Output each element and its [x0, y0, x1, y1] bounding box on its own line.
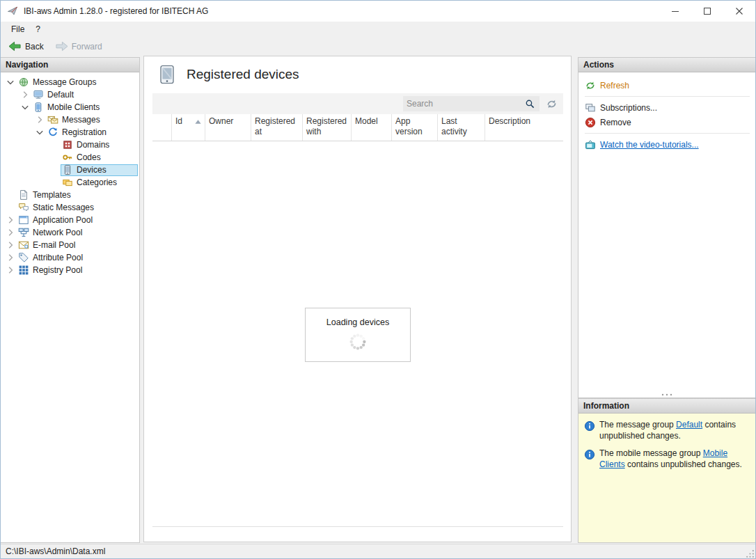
chevron-expanded-icon[interactable]: [5, 77, 17, 88]
action-remove[interactable]: Remove: [585, 115, 755, 129]
search-input[interactable]: [405, 98, 525, 109]
column-label: Registered at: [255, 116, 299, 137]
column-label: Id: [175, 116, 182, 127]
actions-header: Actions: [578, 58, 755, 72]
tree-item-messages[interactable]: Messages: [1, 113, 139, 126]
title-bar: IBI-aws Admin 1.28.0 - registered for IB…: [1, 1, 755, 22]
subscriptions-icon: [585, 102, 596, 113]
grid-refresh-button[interactable]: [540, 98, 563, 110]
tree-item-devices[interactable]: Devices: [1, 164, 139, 176]
tree-item-label: Messages: [61, 115, 100, 125]
action-watch-the-video-tutorials[interactable]: Watch the video-tutorials...: [585, 137, 755, 152]
search-icon[interactable]: [525, 99, 535, 109]
chevron-collapsed-icon[interactable]: [5, 239, 17, 251]
action-subscriptions[interactable]: Subscriptions...: [585, 100, 755, 115]
chevron-expanded-icon[interactable]: [19, 102, 31, 113]
back-arrow-icon: [8, 40, 22, 52]
back-label: Back: [25, 42, 44, 52]
menu-help[interactable]: ?: [30, 22, 46, 36]
tree-item-default[interactable]: Default: [1, 88, 139, 101]
close-button[interactable]: [723, 1, 755, 22]
column-label: Description: [489, 116, 530, 127]
tree-item-label: Categories: [76, 178, 117, 187]
panel-splitter[interactable]: [578, 391, 755, 397]
column-header-description[interactable]: Description: [485, 114, 563, 141]
column-header-app-version[interactable]: App version: [392, 114, 438, 141]
tree-item-categories[interactable]: Categories: [1, 176, 139, 189]
tree-item-e-mail-pool[interactable]: E-mail Pool: [1, 239, 139, 251]
action-label: Remove: [600, 118, 631, 127]
tree-item-static-messages[interactable]: Static Messages: [1, 201, 139, 214]
info-icon: [584, 449, 595, 460]
column-label: Last activity: [441, 116, 481, 137]
tree-item-registration[interactable]: Registration: [1, 126, 139, 139]
tree-item-label: Network Pool: [32, 228, 82, 237]
info-link-mobile-clients[interactable]: Mobile Clients: [599, 448, 727, 469]
tree-item-registry-pool[interactable]: Registry Pool: [1, 264, 139, 276]
chevron-collapsed-icon[interactable]: [19, 89, 31, 100]
chevron-placeholder: [5, 189, 17, 200]
chevron-collapsed-icon[interactable]: [5, 227, 17, 238]
status-bar: C:\IBI-aws\Admin\Data.xml: [1, 544, 755, 558]
chevron-collapsed-icon[interactable]: [5, 265, 17, 276]
main-panel: Registered devices IdOwnerRegistered atR…: [143, 56, 572, 542]
chevron-placeholder: [49, 177, 61, 188]
divider: [585, 133, 750, 134]
chevron-placeholder: [49, 139, 61, 150]
column-header-last-activity[interactable]: Last activity: [438, 114, 485, 141]
tree-item-label: Mobile Clients: [47, 102, 100, 112]
chevron-collapsed-icon[interactable]: [5, 252, 17, 263]
tree-item-label: Application Pool: [32, 215, 93, 225]
window-controls: [659, 1, 755, 22]
codes-icon: [62, 152, 73, 163]
tree-item-attribute-pool[interactable]: Attribute Pool: [1, 251, 139, 264]
resize-grip-icon[interactable]: [746, 549, 755, 558]
tree-item-domains[interactable]: Domains: [1, 139, 139, 151]
tree-item-message-groups[interactable]: Message Groups: [1, 76, 139, 88]
search-band: [152, 93, 563, 114]
network-pool-icon: [18, 227, 29, 238]
action-refresh[interactable]: Refresh: [585, 78, 755, 93]
chevron-expanded-icon[interactable]: [34, 127, 46, 138]
forward-label: Forward: [72, 42, 102, 52]
toolbar: Back Forward: [1, 37, 755, 56]
refresh-grid-icon: [546, 98, 558, 110]
row-selector-column: [152, 114, 172, 141]
column-header-id[interactable]: Id: [172, 114, 205, 141]
tree-item-label: E-mail Pool: [32, 240, 75, 250]
tree-item-mobile-clients[interactable]: Mobile Clients: [1, 101, 139, 113]
column-header-registered-at[interactable]: Registered at: [251, 114, 303, 141]
page-title: Registered devices: [187, 67, 299, 82]
tree-item-label: Codes: [76, 152, 101, 162]
attribute-pool-icon: [18, 252, 29, 263]
chevron-collapsed-icon[interactable]: [34, 114, 46, 125]
navigation-panel: Navigation Message GroupsDefaultMobile C…: [1, 57, 140, 543]
back-button[interactable]: Back: [3, 38, 49, 54]
tree-item-label: Domains: [76, 140, 109, 150]
app-window: IBI-aws Admin 1.28.0 - registered for IB…: [0, 0, 756, 559]
tree-item-application-pool[interactable]: Application Pool: [1, 214, 139, 226]
chevron-collapsed-icon[interactable]: [5, 214, 17, 226]
actions-list: RefreshSubscriptions...RemoveWatch the v…: [578, 72, 755, 152]
chevron-placeholder: [49, 164, 61, 175]
minimize-button[interactable]: [659, 1, 691, 22]
column-header-owner[interactable]: Owner: [205, 114, 251, 141]
registration-icon: [47, 127, 58, 138]
column-header-registered-with[interactable]: Registered with: [303, 114, 352, 141]
tree-item-templates[interactable]: Templates: [1, 189, 139, 201]
status-path: C:\IBI-aws\Admin\Data.xml: [6, 546, 105, 556]
email-pool-icon: [18, 239, 29, 251]
maximize-button[interactable]: [691, 1, 723, 22]
forward-button[interactable]: Forward: [50, 38, 107, 54]
column-header-model[interactable]: Model: [352, 114, 392, 141]
nav-tree: Message GroupsDefaultMobile ClientsMessa…: [1, 72, 139, 276]
tree-item-label: Templates: [32, 190, 71, 200]
chevron-placeholder: [5, 202, 17, 213]
info-link-default[interactable]: Default: [676, 420, 702, 430]
tree-item-codes[interactable]: Codes: [1, 151, 139, 164]
info-icon: [584, 420, 595, 432]
tree-item-network-pool[interactable]: Network Pool: [1, 226, 139, 239]
info-text: The mobile message group Mobile Clients …: [599, 448, 750, 470]
menu-file[interactable]: File: [6, 22, 30, 36]
loading-box: Loading devices: [305, 308, 411, 362]
